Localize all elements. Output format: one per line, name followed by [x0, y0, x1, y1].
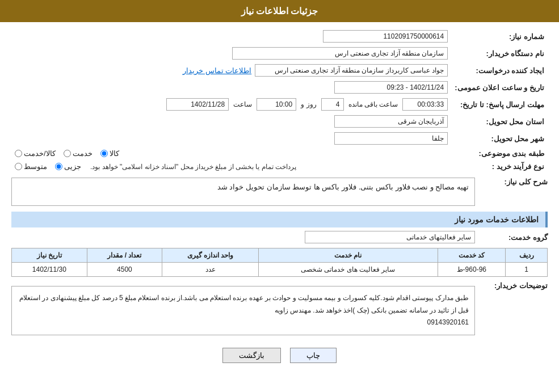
tabaqe-kala[interactable]: کالا: [100, 149, 119, 158]
tozihat-section: توضیحات خریدار: طبق مدارک پیوستی اقدام ش…: [11, 281, 548, 340]
mohlat-row: مهلت ارسال پاسخ: تا تاریخ: 1402/11/28 سا…: [11, 96, 548, 113]
cell-radif: 1: [506, 263, 548, 277]
cell-tedad: 4500: [87, 263, 162, 277]
mohlat-label: مهلت ارسال پاسخ: تا تاریخ:: [451, 96, 548, 113]
ettelaat-tamas-link[interactable]: اطلاعات تماس خریدار: [183, 66, 251, 75]
tozihat-text: طبق مدارک پیوستی اقدام شود.کلیه کسورات و…: [19, 294, 469, 326]
ijad-konande-label: ایجاد کننده درخواست:: [451, 62, 548, 79]
khadamat-section-title: اطلاعات خدمات مورد نیاز: [11, 212, 548, 227]
shomara-niaz-label: شماره نیاز:: [451, 28, 548, 45]
sharh-value-container: تهیه مصالح و نصب فلاور باکس بتنی. فلاور …: [11, 178, 475, 206]
shomara-niaz-value-cell: 1102091750000614: [304, 28, 451, 45]
tabaqe-kala-khidmat[interactable]: کالا/خدمت: [15, 149, 56, 158]
basic-info-table: شماره نیاز: 1102091750000614 نام دستگاه …: [11, 28, 548, 173]
mohlat-baqi-value: 00:03:33: [402, 98, 448, 111]
shahr-value: جلفا: [334, 132, 448, 145]
cell-kod: 960-96-ط: [438, 263, 505, 277]
goroh-value: سایر فعالیتهای خدماتی: [305, 231, 475, 243]
footer-buttons: چاپ بازگشت: [11, 348, 548, 363]
tozihat-value-container: طبق مدارک پیوستی اقدام شود.کلیه کسورات و…: [11, 281, 475, 340]
farayand-radio-group: متوسط جزیی: [15, 162, 81, 171]
services-table: ردیف کد خدمت نام خدمت واحد اندازه گیری ت…: [11, 248, 548, 277]
mohlat-date-value: 1402/11/28: [166, 98, 229, 111]
ostan-label: استان محل تحویل:: [451, 113, 548, 130]
shomara-row: شماره نیاز: 1102091750000614: [11, 28, 548, 45]
tarikh-value: 1402/11/24 - 09:23: [334, 81, 448, 94]
farayand-jozi[interactable]: جزیی: [55, 162, 81, 171]
mohlat-baqi-label: ساعت باقی مانده: [348, 100, 398, 108]
cell-vahed: عدد: [162, 263, 259, 277]
col-vahed: واحد اندازه گیری: [162, 248, 259, 263]
col-tarikh: تاریخ نیاز: [12, 248, 87, 263]
goroh-row: گروه خدمت: سایر فعالیتهای خدماتی: [11, 231, 548, 243]
page-header: جزئیات اطلاعات نیاز: [0, 0, 559, 22]
table-header-row: ردیف کد خدمت نام خدمت واحد اندازه گیری ت…: [12, 248, 548, 263]
table-row: 1960-96-طسایر فعالیت های خدماتی شخصیعدد4…: [12, 263, 548, 277]
page-title: جزئیات اطلاعات نیاز: [241, 6, 318, 16]
tabaqe-radio-group: کالا/خدمت خدمت کالا: [15, 149, 448, 158]
tabaqe-khidmat[interactable]: خدمت: [64, 149, 93, 158]
goroh-label: گروه خدمت:: [480, 233, 548, 242]
farayand-motavasset[interactable]: متوسط: [15, 162, 47, 171]
tabaqe-row: طبقه بندی موضوعی: کالا/خدمت خدمت کالا: [11, 147, 548, 160]
chap-button[interactable]: چاپ: [290, 348, 337, 363]
shahr-label: شهر محل تحویل:: [451, 130, 548, 147]
shomara-niaz-value: 1102091750000614: [323, 30, 448, 43]
col-radif: ردیف: [506, 248, 548, 263]
nam-dastgah-value: سازمان منطقه آزاد تجاری صنعتی ارس: [232, 47, 448, 60]
mohlat-roz-label: روز و: [301, 100, 316, 108]
bazgasht-button[interactable]: بازگشت: [222, 348, 281, 363]
mohlat-saat-value: 10:00: [257, 98, 296, 111]
farayand-desc: پرداخت تمام یا بخشی از مبلغ خریداز محل "…: [90, 163, 296, 171]
sharh-label: شرح کلی نیاز:: [480, 178, 548, 186]
tarikh-row: تاریخ و ساعت اعلان عمومی: 1402/11/24 - 0…: [11, 79, 548, 96]
tozihat-label: توضیحات خریدار:: [480, 281, 548, 290]
ijad-konande-row: ایجاد کننده درخواست: جواد عباسی کاربرداز…: [11, 62, 548, 79]
col-nam: نام خدمت: [259, 248, 438, 263]
mohlat-saat-label: ساعت: [233, 100, 252, 108]
cell-nam: سایر فعالیت های خدماتی شخصی: [259, 263, 438, 277]
sharh-section: شرح کلی نیاز: تهیه مصالح و نصب فلاور باک…: [11, 178, 548, 206]
ostan-row: استان محل تحویل: آذربایجان شرقی: [11, 113, 548, 130]
tozihat-value: طبق مدارک پیوستی اقدام شود.کلیه کسورات و…: [11, 286, 475, 335]
col-tedad: تعداد / مقدار: [87, 248, 162, 263]
shahr-row: شهر محل تحویل: جلفا: [11, 130, 548, 147]
page-wrapper: جزئیات اطلاعات نیاز شماره نیاز: 11020917…: [0, 0, 559, 392]
now-farayand-row: نوع فرآیند خرید : متوسط جزیی: [11, 160, 548, 173]
tabaqe-label: طبقه بندی موضوعی:: [451, 147, 548, 160]
main-content: شماره نیاز: 1102091750000614 نام دستگاه …: [0, 28, 559, 363]
sharh-value: تهیه مصالح و نصب فلاور باکس بتنی. فلاور …: [11, 178, 475, 206]
ijad-konande-value: جواد عباسی کاربرداز سازمان منطقه آزاد تج…: [255, 64, 448, 77]
nam-dastgah-label: نام دستگاه خریدار:: [451, 45, 548, 62]
nam-dastgah-row: نام دستگاه خریدار: سازمان منطقه آزاد تجا…: [11, 45, 548, 62]
tarikh-label: تاریخ و ساعت اعلان عمومی:: [451, 79, 548, 96]
cell-tarikh: 1402/11/30: [12, 263, 87, 277]
now-farayand-label: نوع فرآیند خرید :: [451, 160, 548, 173]
ostan-value: آذربایجان شرقی: [334, 115, 448, 128]
col-kod: کد خدمت: [438, 248, 505, 263]
mohlat-roz-value: 4: [321, 98, 344, 111]
